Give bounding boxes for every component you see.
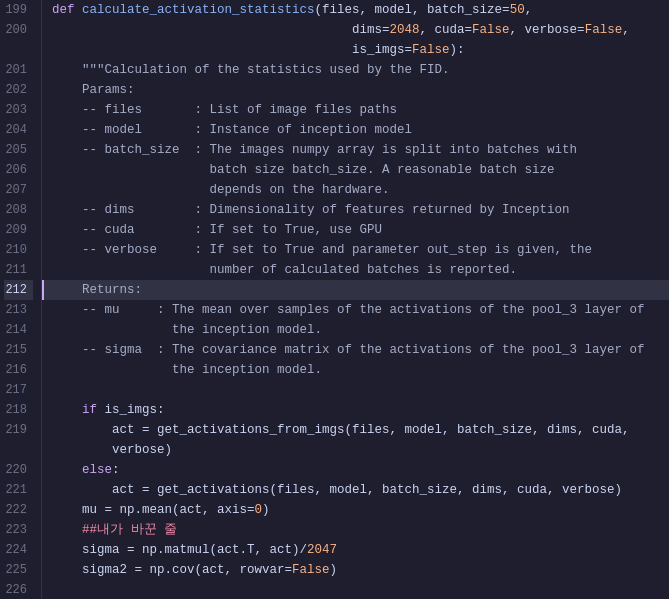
line-215: 215 xyxy=(4,340,33,360)
code-line-201: """Calculation of the statistics used by… xyxy=(42,60,669,80)
line-216: 216 xyxy=(4,360,33,380)
line-226: 226 xyxy=(4,580,33,599)
code-line-215: -- sigma : The covariance matrix of the … xyxy=(42,340,669,360)
line-204: 204 xyxy=(4,120,33,140)
line-207: 207 xyxy=(4,180,33,200)
code-line-207: depends on the hardware. xyxy=(42,180,669,200)
line-224: 224 xyxy=(4,540,33,560)
code-line-214: the inception model. xyxy=(42,320,669,340)
line-210: 210 xyxy=(4,240,33,260)
code-line-206: batch size batch_size. A reasonable batc… xyxy=(42,160,669,180)
line-220: 220 xyxy=(4,460,33,480)
line-199: 199 xyxy=(4,0,33,20)
code-line-218: if is_imgs: xyxy=(42,400,669,420)
line-202: 202 xyxy=(4,80,33,100)
line-208: 208 xyxy=(4,200,33,220)
code-line-202: Params: xyxy=(42,80,669,100)
code-line-223: ##내가 바꾼 줄 xyxy=(42,520,669,540)
line-214: 214 xyxy=(4,320,33,340)
code-line-212: Returns: xyxy=(42,280,669,300)
code-line-226 xyxy=(42,580,669,599)
line-numbers: 1992002012022032042052062072082092102112… xyxy=(0,0,42,599)
line-223: 223 xyxy=(4,520,33,540)
code-line-cont-2: is_imgs=False): xyxy=(42,40,669,60)
code-line-224: sigma = np.matmul(act.T, act)/2047 xyxy=(42,540,669,560)
code-line-211: number of calculated batches is reported… xyxy=(42,260,669,280)
code-line-cont-22: verbose) xyxy=(42,440,669,460)
code-line-225: sigma2 = np.cov(act, rowvar=False) xyxy=(42,560,669,580)
line-211: 211 xyxy=(4,260,33,280)
code-line-216: the inception model. xyxy=(42,360,669,380)
code-editor: 1992002012022032042052062072082092102112… xyxy=(0,0,669,599)
line-225: 225 xyxy=(4,560,33,580)
line-205: 205 xyxy=(4,140,33,160)
line-201: 201 xyxy=(4,60,33,80)
line-203: 203 xyxy=(4,100,33,120)
code-line-200: dims=2048, cuda=False, verbose=False, xyxy=(42,20,669,40)
code-line-221: act = get_activations(files, model, batc… xyxy=(42,480,669,500)
code-line-204: -- model : Instance of inception model xyxy=(42,120,669,140)
code-line-205: -- batch_size : The images numpy array i… xyxy=(42,140,669,160)
code-line-220: else: xyxy=(42,460,669,480)
code-line-203: -- files : List of image files paths xyxy=(42,100,669,120)
code-line-217 xyxy=(42,380,669,400)
line-206: 206 xyxy=(4,160,33,180)
line-200: 200 xyxy=(4,20,33,40)
line-209: 209 xyxy=(4,220,33,240)
line-221: 221 xyxy=(4,480,33,500)
code-line-209: -- cuda : If set to True, use GPU xyxy=(42,220,669,240)
code-line-219: act = get_activations_from_imgs(files, m… xyxy=(42,420,669,440)
code-line-213: -- mu : The mean over samples of the act… xyxy=(42,300,669,320)
code-line-222: mu = np.mean(act, axis=0) xyxy=(42,500,669,520)
line-213: 213 xyxy=(4,300,33,320)
code-line-199: def calculate_activation_statistics(file… xyxy=(42,0,669,20)
line-212: 212 xyxy=(4,280,33,300)
line-cont xyxy=(4,40,33,60)
line-217: 217 xyxy=(4,380,33,400)
line-218: 218 xyxy=(4,400,33,420)
code-content: def calculate_activation_statistics(file… xyxy=(42,0,669,599)
code-line-208: -- dims : Dimensionality of features ret… xyxy=(42,200,669,220)
line-222: 222 xyxy=(4,500,33,520)
code-line-210: -- verbose : If set to True and paramete… xyxy=(42,240,669,260)
line-cont xyxy=(4,440,33,460)
line-219: 219 xyxy=(4,420,33,440)
